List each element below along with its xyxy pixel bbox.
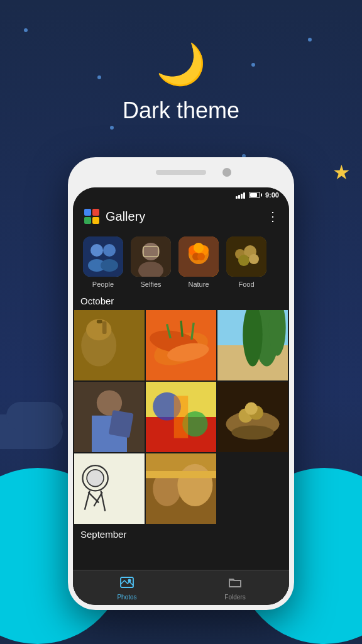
phone-speaker bbox=[156, 170, 206, 175]
svg-rect-57 bbox=[74, 453, 145, 524]
dark-theme-heading: Dark theme bbox=[0, 97, 362, 124]
photo-fruit-hand[interactable] bbox=[217, 382, 288, 452]
beach-image bbox=[217, 310, 288, 380]
app-title: Gallery bbox=[106, 209, 266, 224]
svg-line-35 bbox=[181, 321, 182, 337]
bottom-navigation: Photos Folders bbox=[73, 570, 289, 605]
svg-point-7 bbox=[103, 244, 116, 257]
phone-camera bbox=[222, 168, 231, 177]
moon-icon: 🌙 bbox=[156, 44, 206, 84]
category-item-nature[interactable]: Nature bbox=[176, 236, 221, 288]
svg-point-23 bbox=[238, 255, 250, 266]
svg-point-56 bbox=[231, 425, 273, 439]
photo-carrots[interactable] bbox=[146, 310, 216, 380]
category-thumb-people bbox=[83, 236, 123, 277]
carrots-image bbox=[146, 310, 216, 380]
signal-bar-4 bbox=[243, 192, 245, 199]
photo-woman-market[interactable] bbox=[74, 382, 145, 452]
photo-beach[interactable] bbox=[217, 310, 288, 380]
star-yellow-icon: ★ bbox=[332, 160, 351, 184]
category-thumb-nature bbox=[178, 236, 219, 277]
star-dot-5 bbox=[110, 126, 114, 130]
svg-point-10 bbox=[142, 243, 160, 260]
cloud-left-top bbox=[6, 402, 63, 430]
folders-nav-icon bbox=[228, 575, 242, 592]
app-logo-icon bbox=[83, 208, 101, 225]
photo-horse[interactable] bbox=[74, 310, 145, 380]
svg-point-19 bbox=[197, 253, 205, 260]
svg-point-70 bbox=[128, 579, 131, 582]
svg-rect-1 bbox=[92, 209, 99, 216]
photo-grid-october bbox=[73, 310, 289, 524]
svg-point-17 bbox=[194, 243, 204, 253]
section-title-october: October bbox=[73, 291, 289, 310]
photos-nav-icon bbox=[120, 575, 134, 592]
market-image bbox=[146, 453, 216, 524]
category-thumb-food bbox=[226, 236, 266, 277]
woman-market-image bbox=[74, 382, 145, 452]
category-label-nature: Nature bbox=[188, 280, 209, 288]
photo-september-market[interactable] bbox=[146, 453, 216, 524]
nav-item-folders[interactable]: Folders bbox=[181, 570, 289, 605]
signal-bar-1 bbox=[236, 196, 238, 199]
folders-nav-label: Folders bbox=[224, 594, 245, 601]
star-dot-4 bbox=[251, 63, 255, 67]
status-bar: 9:00 bbox=[73, 187, 289, 201]
selfies-thumb-image bbox=[131, 236, 171, 277]
svg-point-24 bbox=[249, 254, 259, 264]
svg-point-67 bbox=[177, 464, 212, 506]
svg-rect-28 bbox=[102, 321, 107, 334]
svg-rect-45 bbox=[109, 410, 134, 438]
nature-thumb-image bbox=[178, 236, 219, 277]
horse-image bbox=[74, 310, 145, 380]
category-thumb-selfies bbox=[131, 236, 171, 277]
more-options-button[interactable]: ⋮ bbox=[266, 209, 279, 224]
photos-icon-svg bbox=[120, 575, 134, 589]
section-title-september: September bbox=[73, 524, 289, 543]
folders-icon-svg bbox=[228, 575, 242, 589]
star-dot-3 bbox=[308, 38, 312, 42]
photo-art[interactable] bbox=[74, 453, 145, 524]
app-header: Gallery ⋮ bbox=[73, 201, 289, 231]
signal-indicator bbox=[236, 191, 245, 199]
gallery-content[interactable]: People Selfies bbox=[73, 231, 289, 599]
phone-mockup: 9:00 Gallery ⋮ bbox=[68, 157, 294, 610]
svg-point-55 bbox=[245, 402, 258, 414]
phone-screen: 9:00 Gallery ⋮ bbox=[73, 187, 289, 605]
fruit-hand-image bbox=[217, 382, 288, 452]
category-label-food: Food bbox=[238, 280, 254, 288]
signal-bar-2 bbox=[238, 195, 240, 199]
art-image bbox=[74, 453, 145, 524]
category-label-people: People bbox=[92, 280, 114, 288]
category-label-selfies: Selfies bbox=[140, 280, 161, 288]
food-thumb-image bbox=[226, 236, 266, 277]
battery-fill bbox=[250, 193, 257, 197]
signal-bar-3 bbox=[241, 194, 243, 199]
battery-indicator bbox=[249, 192, 260, 198]
svg-rect-4 bbox=[83, 236, 123, 277]
svg-rect-0 bbox=[84, 209, 91, 216]
svg-rect-29 bbox=[97, 320, 102, 324]
nav-item-photos[interactable]: Photos bbox=[73, 570, 181, 605]
status-time: 9:00 bbox=[265, 191, 279, 199]
categories-row: People Selfies bbox=[73, 231, 289, 291]
photos-nav-label: Photos bbox=[117, 594, 136, 601]
star-dot-1 bbox=[24, 28, 28, 32]
svg-rect-2 bbox=[84, 217, 91, 224]
svg-rect-68 bbox=[146, 471, 216, 478]
category-item-selfies[interactable]: Selfies bbox=[128, 236, 173, 288]
svg-point-8 bbox=[101, 259, 118, 272]
svg-rect-3 bbox=[92, 217, 99, 224]
people-thumb-image bbox=[83, 236, 123, 277]
photo-mural[interactable] bbox=[146, 382, 216, 452]
svg-point-59 bbox=[87, 470, 104, 487]
svg-rect-71 bbox=[229, 580, 241, 587]
svg-rect-50 bbox=[174, 396, 188, 438]
category-item-food[interactable]: Food bbox=[224, 236, 269, 288]
star-dot-2 bbox=[97, 75, 101, 79]
category-item-people[interactable]: People bbox=[80, 236, 126, 288]
svg-point-5 bbox=[90, 244, 103, 257]
mural-image bbox=[146, 382, 216, 452]
